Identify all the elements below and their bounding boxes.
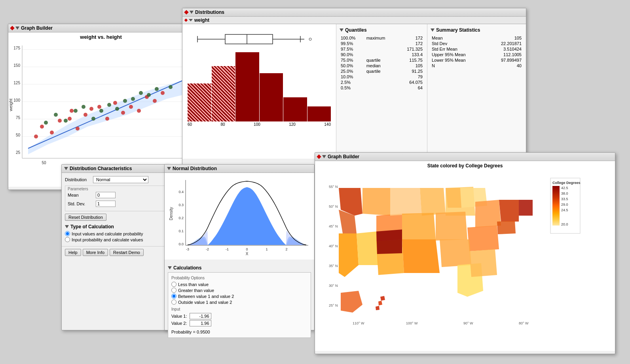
svg-marker-103 bbox=[440, 239, 471, 267]
summary-collapse-icon[interactable] bbox=[431, 28, 435, 32]
table-row: Mean105 bbox=[431, 35, 523, 41]
dist-collapse-icon[interactable] bbox=[190, 11, 194, 14]
quantiles-table: 100.0%maximum172 99.5%172 97.5%171.325 9… bbox=[340, 35, 424, 91]
hist-bar-1 bbox=[188, 83, 211, 121]
type-calc-collapse-icon[interactable] bbox=[65, 225, 69, 228]
dist-char-collapse-icon[interactable] bbox=[64, 167, 68, 170]
summary-stats-title: Summary Statistics bbox=[431, 27, 523, 33]
svg-marker-101 bbox=[519, 200, 533, 216]
x-label-60: 60 bbox=[188, 122, 192, 127]
svg-marker-107 bbox=[376, 229, 402, 254]
radio-less-than-label: Less than value bbox=[178, 282, 209, 287]
svg-text:33.5: 33.5 bbox=[561, 197, 568, 201]
svg-marker-106 bbox=[497, 221, 516, 234]
radio-input-values-input[interactable] bbox=[65, 231, 70, 236]
table-row: Std Err Mean3.510424 bbox=[431, 46, 523, 52]
reset-btn-container: Reset Distribution bbox=[65, 214, 165, 221]
mean-input[interactable] bbox=[96, 192, 116, 198]
svg-point-18 bbox=[40, 125, 44, 129]
more-info-button[interactable]: More Info bbox=[83, 249, 108, 256]
calculations-collapse-icon[interactable] bbox=[168, 266, 172, 269]
svg-marker-102 bbox=[467, 226, 499, 251]
quantiles-collapse-icon[interactable] bbox=[340, 28, 343, 32]
radio-input-values-label: Input values and calculate probability bbox=[72, 231, 143, 236]
table-row: 2.5%64.075 bbox=[340, 80, 424, 85]
dist-characteristics-window: Distribution Characteristics Distributio… bbox=[61, 164, 168, 330]
restart-demo-button[interactable]: Restart Demo bbox=[110, 249, 144, 256]
map-collapse-icon[interactable] bbox=[322, 155, 326, 158]
svg-text:50: 50 bbox=[16, 133, 21, 137]
hist-bar-3 bbox=[235, 52, 259, 121]
svg-point-29 bbox=[121, 111, 125, 115]
svg-point-35 bbox=[44, 121, 48, 125]
collapse-triangle-icon[interactable] bbox=[15, 27, 19, 30]
svg-text:30° N: 30° N bbox=[329, 284, 338, 288]
help-button[interactable]: Help bbox=[65, 249, 81, 256]
value2-input[interactable] bbox=[190, 320, 211, 326]
svg-marker-98 bbox=[446, 188, 461, 208]
svg-text:X: X bbox=[246, 252, 249, 255]
svg-text:50° N: 50° N bbox=[329, 205, 338, 209]
svg-point-26 bbox=[97, 105, 101, 109]
table-row: Std Dev22.201871 bbox=[431, 41, 523, 46]
weight-titlebar: weight bbox=[182, 17, 526, 24]
svg-point-47 bbox=[147, 93, 151, 97]
distributions-titlebar: Distributions bbox=[182, 8, 526, 17]
svg-marker-111 bbox=[376, 306, 380, 310]
table-row: 99.5%172 bbox=[340, 41, 424, 46]
svg-point-30 bbox=[129, 105, 133, 109]
svg-marker-96 bbox=[436, 212, 467, 241]
histogram-bars bbox=[186, 52, 333, 121]
svg-point-44 bbox=[123, 99, 127, 103]
svg-text:80° W: 80° W bbox=[519, 321, 529, 325]
red-diamond-icon-4 bbox=[317, 154, 321, 159]
dist-char-titlebar: Distribution Characteristics bbox=[62, 165, 168, 173]
map-content: State colored by College Degrees 55° N 5… bbox=[315, 161, 615, 351]
svg-text:1: 1 bbox=[266, 247, 268, 251]
svg-point-25 bbox=[89, 107, 93, 111]
value1-input[interactable] bbox=[190, 313, 211, 319]
svg-text:25: 25 bbox=[16, 150, 21, 155]
plot-title: weight vs. height bbox=[8, 32, 194, 42]
probability-result: Probability = 0.9500 bbox=[171, 330, 307, 334]
svg-point-48 bbox=[155, 87, 159, 91]
svg-point-20 bbox=[58, 119, 62, 123]
table-row: 0.5%64 bbox=[340, 85, 424, 91]
svg-text:0.0: 0.0 bbox=[178, 242, 184, 246]
calculations-section: Calculations Probability Options Less th… bbox=[165, 260, 314, 340]
svg-point-45 bbox=[131, 97, 135, 101]
svg-point-21 bbox=[68, 117, 72, 121]
svg-text:125: 125 bbox=[13, 81, 20, 85]
radio-between-input[interactable] bbox=[171, 294, 176, 299]
svg-point-38 bbox=[74, 109, 78, 113]
normal-dist-collapse-icon[interactable] bbox=[167, 167, 171, 170]
svg-text:38.0: 38.0 bbox=[561, 191, 568, 195]
stddev-input[interactable] bbox=[96, 201, 116, 207]
input-label: Input bbox=[171, 307, 211, 311]
distribution-select[interactable]: Normal Beta Gamma Exponential bbox=[93, 176, 148, 183]
weight-collapse-icon[interactable] bbox=[189, 19, 193, 21]
probability-label: Probability = bbox=[171, 330, 195, 334]
graph-builder-title: Graph Builder bbox=[21, 25, 53, 31]
radio-greater-than-input[interactable] bbox=[171, 288, 176, 293]
normal-dist-window: Normal Distribution 0.0 0.1 0.2 0.3 0.4 … bbox=[164, 164, 315, 330]
svg-point-57 bbox=[309, 38, 311, 40]
value1-group: Value 1: bbox=[171, 313, 211, 319]
table-row: 50.0%median105 bbox=[340, 63, 424, 68]
input-values-container: Input Value 1: Value 2: bbox=[171, 307, 307, 327]
radio-less-than-input[interactable] bbox=[171, 282, 176, 287]
svg-marker-109 bbox=[380, 296, 385, 301]
table-row: 10.0%79 bbox=[340, 74, 424, 80]
svg-point-39 bbox=[82, 105, 85, 109]
table-row: 90.0%133.4 bbox=[340, 52, 424, 57]
reset-distribution-button[interactable]: Reset Distribution bbox=[65, 214, 106, 221]
red-diamond-icon-3 bbox=[184, 19, 188, 22]
stddev-label: Std. Dev. bbox=[68, 201, 93, 206]
svg-marker-92 bbox=[420, 188, 446, 216]
calculations-header: Calculations bbox=[168, 265, 311, 271]
svg-point-31 bbox=[137, 109, 141, 113]
svg-text:-1: -1 bbox=[226, 247, 229, 251]
svg-point-41 bbox=[99, 109, 103, 113]
radio-outside-input[interactable] bbox=[171, 300, 176, 305]
radio-input-probability-input[interactable] bbox=[65, 237, 70, 242]
